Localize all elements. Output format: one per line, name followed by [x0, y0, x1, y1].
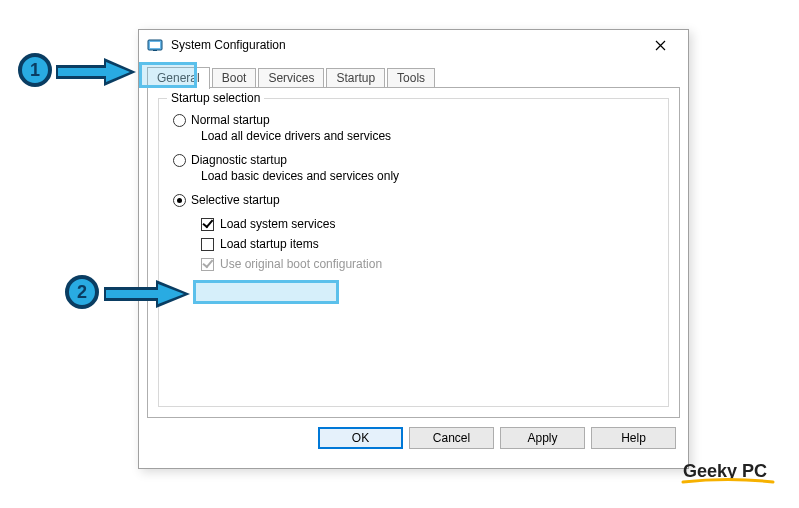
radio-icon: [173, 114, 186, 127]
checkbox-icon: [201, 238, 214, 251]
annotation-arrow-1: [54, 56, 138, 88]
checkbox-label: Load system services: [220, 217, 335, 231]
annotation-step-1: 1: [18, 53, 52, 87]
titlebar: System Configuration: [139, 30, 688, 60]
msconfig-icon: [147, 37, 163, 53]
ok-button[interactable]: OK: [318, 427, 403, 449]
watermark: Geeky PC: [683, 461, 767, 482]
close-button[interactable]: [640, 31, 680, 59]
checkbox-load-startup-items[interactable]: Load startup items: [201, 237, 654, 251]
help-button[interactable]: Help: [591, 427, 676, 449]
startup-selection-group: Startup selection Normal startup Load al…: [158, 98, 669, 407]
diagnostic-desc: Load basic devices and services only: [201, 169, 654, 183]
radio-icon: [173, 194, 186, 207]
checkbox-label: Load startup items: [220, 237, 319, 251]
group-label: Startup selection: [167, 91, 264, 105]
cancel-button[interactable]: Cancel: [409, 427, 494, 449]
checkbox-load-system-services[interactable]: Load system services: [201, 217, 654, 231]
apply-button[interactable]: Apply: [500, 427, 585, 449]
svg-rect-1: [150, 42, 160, 48]
checkbox-use-original-boot: Use original boot configuration: [201, 257, 654, 271]
radio-selective-startup[interactable]: Selective startup: [173, 193, 654, 207]
radio-label: Diagnostic startup: [191, 153, 287, 167]
tab-general[interactable]: General: [147, 67, 210, 89]
radio-icon: [173, 154, 186, 167]
window-title: System Configuration: [171, 38, 286, 52]
annotation-step-2: 2: [65, 275, 99, 309]
tab-strip: General Boot Services Startup Tools: [139, 60, 688, 88]
annotation-arrow-2: [102, 278, 192, 310]
radio-label: Selective startup: [191, 193, 280, 207]
checkbox-icon: [201, 258, 214, 271]
tab-panel-general: Startup selection Normal startup Load al…: [147, 87, 680, 418]
checkbox-label: Use original boot configuration: [220, 257, 382, 271]
radio-diagnostic-startup[interactable]: Diagnostic startup: [173, 153, 654, 167]
svg-rect-2: [153, 50, 157, 51]
dialog-button-row: OK Cancel Apply Help: [139, 427, 688, 461]
radio-label: Normal startup: [191, 113, 270, 127]
system-configuration-dialog: System Configuration General Boot Servic…: [138, 29, 689, 469]
normal-desc: Load all device drivers and services: [201, 129, 654, 143]
checkbox-icon: [201, 218, 214, 231]
radio-normal-startup[interactable]: Normal startup: [173, 113, 654, 127]
